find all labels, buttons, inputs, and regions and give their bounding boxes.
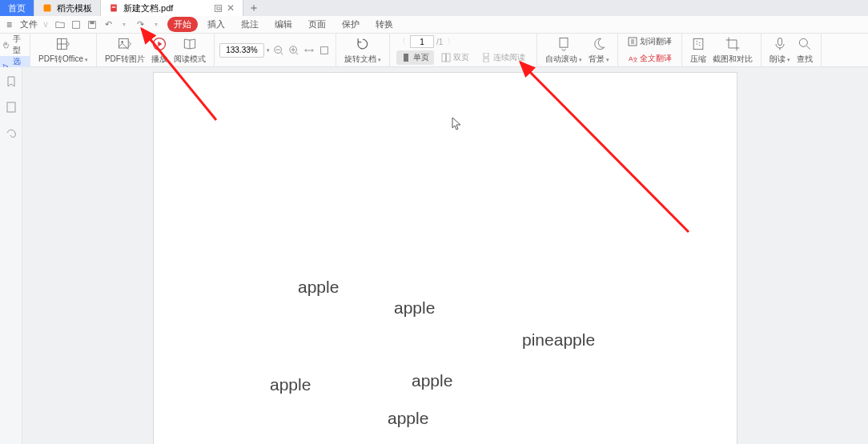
- save-icon[interactable]: [86, 18, 98, 31]
- svg-rect-8: [119, 38, 128, 48]
- pdf-page: appleapplepineappleappleappleapple: [153, 72, 737, 444]
- mouse-cursor: [452, 117, 463, 131]
- menu-annotate[interactable]: 批注: [235, 17, 265, 32]
- text-word[interactable]: apple: [388, 409, 428, 428]
- pdf-image-icon: [117, 36, 133, 52]
- svg-rect-23: [693, 38, 703, 49]
- popout-icon[interactable]: ⧉: [215, 5, 222, 12]
- page-total: /1: [436, 38, 443, 46]
- hamburger-icon[interactable]: ≡: [3, 19, 15, 30]
- tab-templates[interactable]: 稻壳模板: [34, 0, 101, 16]
- prev-page-icon[interactable]: 〈: [396, 36, 408, 47]
- svg-rect-17: [484, 53, 488, 57]
- svg-rect-3: [112, 7, 116, 8]
- svg-text:文: 文: [633, 57, 637, 62]
- print-icon[interactable]: [70, 18, 82, 31]
- rotate-button[interactable]: 旋转文档▾: [341, 36, 384, 65]
- template-icon: [42, 3, 52, 13]
- pdf-office-icon: [55, 36, 71, 52]
- menu-file[interactable]: 文件: [15, 18, 42, 30]
- rotate-icon: [355, 36, 371, 52]
- mic-icon: [772, 36, 788, 52]
- crop-icon: [725, 36, 741, 52]
- left-sidebar: [0, 67, 22, 444]
- view-mode-buttons: 单页 双页 连续阅读: [396, 50, 530, 65]
- view-double-button[interactable]: 双页: [436, 50, 474, 65]
- view-single-button[interactable]: 单页: [396, 50, 434, 65]
- page-input[interactable]: [410, 35, 434, 48]
- compress-button[interactable]: 压缩: [687, 36, 709, 65]
- ribbon-toolbar: 手型 选择 PDF转Office▾ PDF转图片 播放 阅读模式 ▾: [0, 34, 868, 67]
- tab-label: 新建文档.pdf: [123, 2, 173, 14]
- view-continuous-button[interactable]: 连续阅读: [476, 50, 530, 65]
- hand-tool[interactable]: 手型: [0, 34, 30, 56]
- pdf-to-image-button[interactable]: PDF转图片: [102, 36, 148, 65]
- find-button[interactable]: 查找: [794, 36, 816, 65]
- pdf-icon: [109, 3, 119, 13]
- book-icon: [182, 36, 198, 52]
- menu-bar: ≡ 文件 ∨ ↶ ▾ ↷ ▾ 开始 插入 批注 编辑 页面 保护 转换: [0, 16, 868, 34]
- search-icon: [797, 36, 813, 52]
- menu-edit[interactable]: 编辑: [268, 17, 299, 32]
- read-mode-button[interactable]: 阅读模式: [171, 36, 209, 65]
- auto-scroll-button[interactable]: 自动滚动▾: [542, 36, 585, 65]
- undo-icon[interactable]: ↶: [102, 18, 115, 31]
- new-tab-button[interactable]: ＋: [243, 0, 264, 16]
- page-navigator: 〈 /1 〉: [396, 35, 456, 48]
- attachment-icon[interactable]: [5, 126, 18, 139]
- zoom-in-icon[interactable]: [287, 44, 300, 57]
- ribbon-menu: 开始 插入 批注 编辑 页面 保护 转换: [167, 17, 400, 32]
- menu-convert[interactable]: 转换: [369, 17, 400, 32]
- menu-start[interactable]: 开始: [167, 17, 198, 32]
- selection-translate-button[interactable]: 划词翻译: [623, 34, 677, 49]
- compress-icon: [690, 36, 706, 52]
- svg-point-9: [121, 41, 123, 43]
- svg-rect-0: [44, 5, 51, 12]
- play-button[interactable]: 播放: [148, 36, 171, 65]
- zoom-control: ▾: [219, 43, 331, 58]
- quick-access-icons: ↶ ▾ ↷ ▾: [49, 18, 167, 31]
- text-word[interactable]: apple: [270, 375, 311, 394]
- text-word[interactable]: apple: [298, 278, 339, 297]
- document-canvas[interactable]: appleapplepineappleappleappleapple: [22, 67, 868, 444]
- fit-page-icon[interactable]: [318, 44, 331, 57]
- menu-page[interactable]: 页面: [302, 17, 332, 32]
- next-page-icon[interactable]: 〉: [445, 36, 456, 47]
- document-tab-bar: 首页 稻壳模板 新建文档.pdf ⧉ ✕ ＋: [0, 0, 868, 16]
- svg-rect-24: [778, 38, 782, 45]
- svg-rect-13: [321, 46, 328, 54]
- bookmark-icon[interactable]: [5, 75, 18, 88]
- tab-label: 稻壳模板: [57, 2, 92, 14]
- auto-scroll-icon: [556, 36, 572, 52]
- svg-rect-16: [446, 54, 450, 62]
- read-aloud-button[interactable]: 朗读▾: [766, 36, 794, 65]
- hand-label: 手型: [13, 34, 28, 56]
- svg-rect-14: [404, 54, 408, 62]
- redo-icon[interactable]: ↷: [134, 18, 147, 31]
- svg-rect-19: [560, 38, 568, 47]
- background-button[interactable]: 背景▾: [585, 36, 613, 65]
- svg-rect-15: [442, 54, 446, 62]
- moon-icon: [591, 36, 607, 52]
- text-word[interactable]: pineapple: [522, 330, 595, 350]
- menu-protect[interactable]: 保护: [336, 17, 366, 32]
- close-icon[interactable]: ✕: [227, 3, 235, 13]
- svg-rect-4: [73, 21, 80, 28]
- text-word[interactable]: apple: [394, 298, 435, 318]
- zoom-out-icon[interactable]: [272, 44, 285, 57]
- svg-rect-2: [112, 6, 116, 7]
- open-icon[interactable]: [54, 18, 66, 31]
- menu-insert[interactable]: 插入: [201, 17, 231, 32]
- fit-width-icon[interactable]: [303, 44, 315, 57]
- pdf-to-office-button[interactable]: PDF转Office▾: [35, 36, 91, 65]
- svg-rect-18: [484, 58, 488, 62]
- text-word[interactable]: apple: [412, 371, 452, 390]
- tab-home[interactable]: 首页: [0, 0, 34, 16]
- tab-document[interactable]: 新建文档.pdf ⧉ ✕: [101, 0, 243, 16]
- thumbnail-icon[interactable]: [5, 101, 18, 114]
- crop-compare-button[interactable]: 截图和对比: [709, 36, 756, 65]
- full-translate-button[interactable]: A文全文翻译: [623, 51, 677, 66]
- svg-point-25: [799, 38, 807, 46]
- zoom-input[interactable]: [219, 43, 264, 58]
- svg-rect-26: [7, 102, 15, 112]
